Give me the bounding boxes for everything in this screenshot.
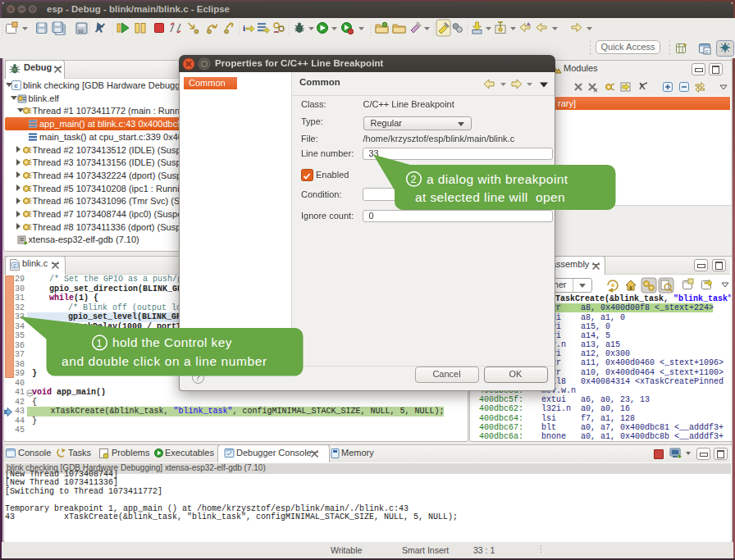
svg-text:60: 60 — [78, 29, 84, 34]
svg-text:i: i — [243, 23, 245, 33]
svg-text:c: c — [14, 82, 18, 89]
svg-text:c: c — [13, 262, 16, 269]
svg-text:c: c — [705, 48, 709, 55]
